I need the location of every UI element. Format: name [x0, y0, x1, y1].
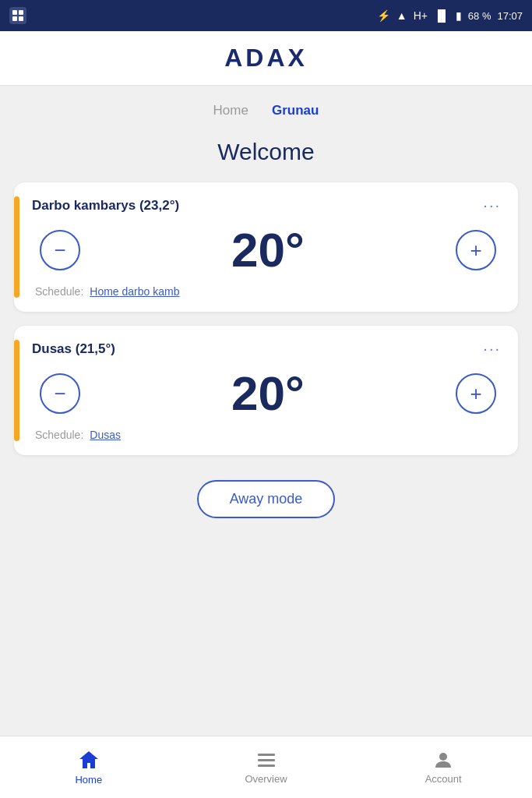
schedule-label: Schedule: [35, 429, 83, 441]
app-logo: ADAX [224, 44, 308, 72]
nav-item-account[interactable]: Account [354, 736, 532, 798]
card-accent-bar [14, 196, 19, 298]
device-card-darbo: Darbo kambarys (23,2°) ··· − 20° + Sched… [14, 182, 518, 312]
device-name: Darbo kambarys (23,2°) [32, 198, 179, 214]
clock: 17:07 [497, 10, 523, 22]
card-controls: − 20° + [40, 222, 496, 277]
svg-rect-6 [258, 764, 275, 767]
main-content: Home Grunau Welcome Darbo kambarys (23,2… [0, 86, 532, 798]
nav-label-overview: Overview [245, 773, 287, 785]
decrease-temp-button[interactable]: − [40, 373, 80, 414]
welcome-title: Welcome [0, 129, 532, 182]
battery-level: 68 % [468, 10, 491, 22]
nav-label-account: Account [425, 773, 462, 785]
account-icon [433, 750, 453, 770]
svg-rect-1 [19, 10, 23, 15]
location-tabs: Home Grunau [0, 86, 532, 129]
svg-rect-4 [258, 754, 275, 756]
plus-icon: + [470, 383, 481, 404]
tab-grunau[interactable]: Grunau [272, 103, 319, 122]
svg-rect-2 [12, 16, 17, 21]
svg-point-7 [439, 753, 447, 761]
card-accent-bar [14, 340, 19, 441]
home-icon [78, 749, 100, 771]
bluetooth-icon: ⚡ [377, 9, 390, 22]
tab-home[interactable]: Home [213, 103, 248, 122]
minus-icon: − [54, 240, 65, 260]
cell-icon: ▐▌ [434, 9, 449, 22]
overview-icon [256, 750, 277, 770]
temperature-display: 20° [231, 365, 305, 421]
signal-icon: H+ [414, 9, 428, 22]
battery-icon: ▮ [456, 9, 462, 22]
app-icon [9, 7, 26, 24]
nav-label-home: Home [75, 774, 102, 786]
card-header: Darbo kambarys (23,2°) ··· [32, 196, 504, 214]
app-header: ADAX [0, 31, 532, 86]
status-bar-right: ⚡ ▲ H+ ▐▌ ▮ 68 % 17:07 [377, 9, 523, 22]
svg-rect-5 [258, 759, 275, 761]
minus-icon: − [54, 383, 65, 404]
card-schedule: Schedule: Home darbo kamb [32, 285, 504, 298]
status-bar: ⚡ ▲ H+ ▐▌ ▮ 68 % 17:07 [0, 0, 532, 31]
more-options-button[interactable]: ··· [480, 340, 504, 358]
card-body: Darbo kambarys (23,2°) ··· − 20° + Sched… [32, 196, 504, 298]
more-options-button[interactable]: ··· [480, 196, 504, 214]
schedule-link[interactable]: Dusas [90, 429, 121, 441]
plus-icon: + [470, 240, 481, 260]
decrease-temp-button[interactable]: − [40, 230, 80, 270]
away-mode-button[interactable]: Away mode [197, 480, 336, 518]
increase-temp-button[interactable]: + [456, 373, 496, 414]
bottom-nav: Home Overview Account [0, 736, 532, 798]
wifi-icon: ▲ [396, 9, 407, 22]
card-controls: − 20° + [40, 365, 496, 421]
card-schedule: Schedule: Dusas [32, 429, 504, 441]
svg-rect-3 [19, 16, 23, 21]
status-bar-left [9, 7, 26, 24]
schedule-link[interactable]: Home darbo kamb [90, 285, 179, 298]
nav-item-home[interactable]: Home [0, 736, 178, 798]
card-body: Dusas (21,5°) ··· − 20° + Schedule: Dusa… [32, 340, 504, 441]
away-mode-container: Away mode [0, 469, 532, 534]
nav-item-overview[interactable]: Overview [178, 736, 355, 798]
schedule-label: Schedule: [35, 285, 83, 298]
card-header: Dusas (21,5°) ··· [32, 340, 504, 358]
svg-rect-0 [12, 10, 17, 15]
temperature-display: 20° [231, 222, 305, 277]
device-name: Dusas (21,5°) [32, 341, 115, 357]
increase-temp-button[interactable]: + [456, 230, 496, 270]
device-card-dusas: Dusas (21,5°) ··· − 20° + Schedule: Dusa… [14, 326, 518, 455]
